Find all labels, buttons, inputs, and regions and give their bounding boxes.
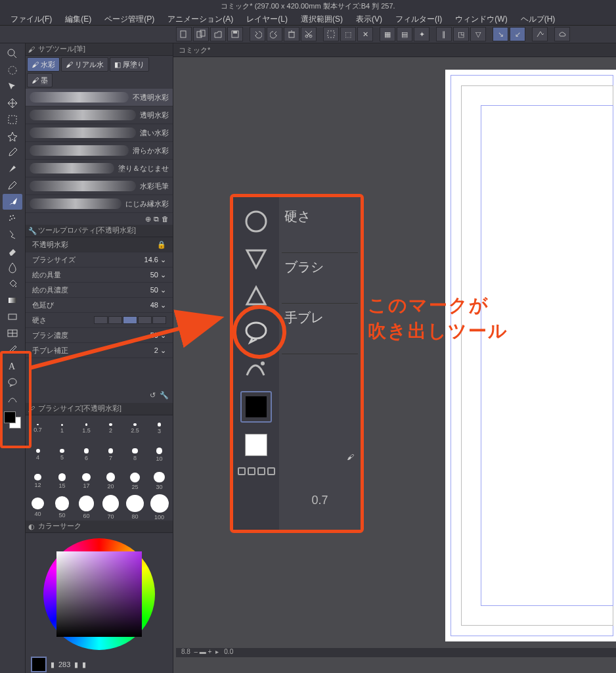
brush-size-preset[interactable]: 15 <box>50 468 74 494</box>
prop-color-extend[interactable]: 色延び48 ⌄ <box>26 298 173 313</box>
open-icon[interactable] <box>210 27 226 41</box>
pen-tool-icon[interactable] <box>3 161 22 177</box>
balloon-tool-icon[interactable] <box>3 375 22 390</box>
ruler-parallel-icon[interactable]: ∥ <box>436 27 452 41</box>
new-doc-icon[interactable] <box>176 27 192 41</box>
reset-default-icon[interactable]: ↺ <box>150 391 156 403</box>
brush-item[interactable]: 濃い水彩 <box>26 124 173 142</box>
brush-size-preset[interactable]: 8 <box>123 442 147 468</box>
brush-size-preset[interactable]: 10 <box>147 442 171 468</box>
prop-brush-size[interactable]: ブラシサイズ14.6 ⌄ <box>26 252 173 267</box>
menu-window[interactable]: ウィンドウ(W) <box>449 12 514 25</box>
brush-size-preset[interactable]: 5 <box>50 442 74 468</box>
color-wheel[interactable] <box>43 538 155 650</box>
new-from-clipboard-icon[interactable] <box>193 27 209 41</box>
prop-stabilize[interactable]: 手ブレ補正2 ⌄ <box>26 343 173 358</box>
vector-snap-icon[interactable]: ↘ <box>493 27 508 41</box>
brush-tool-icon[interactable] <box>3 194 22 210</box>
cloud-icon[interactable] <box>554 27 570 41</box>
menu-anim[interactable]: アニメーション(A) <box>161 12 240 25</box>
ruler-tool-icon[interactable] <box>3 342 22 358</box>
ruler-symmetry-icon[interactable]: ▽ <box>470 27 486 41</box>
canvas-page[interactable] <box>445 70 616 641</box>
ruler-perspective-icon[interactable]: ◳ <box>453 27 469 41</box>
prop-paint-density[interactable]: 絵の具濃度50 ⌄ <box>26 283 173 298</box>
menu-filter[interactable]: フィルター(I) <box>389 12 449 25</box>
brush-item[interactable]: 水彩毛筆 <box>26 177 173 195</box>
prop-hardness[interactable]: 硬さ <box>26 313 173 328</box>
fill-tool-icon[interactable] <box>3 276 22 292</box>
correct-line-tool-icon[interactable] <box>3 391 22 407</box>
text-tool-icon[interactable]: A <box>3 358 22 374</box>
brush-item[interactable]: 不透明水彩 <box>26 89 173 106</box>
brush-size-preset[interactable]: 80 <box>123 494 147 521</box>
delete-icon[interactable] <box>284 27 299 41</box>
brush-size-preset[interactable]: 3 <box>147 415 171 442</box>
menu-file[interactable]: ファイル(F) <box>4 12 58 25</box>
brush-size-preset[interactable]: 100 <box>147 494 171 521</box>
save-icon[interactable] <box>227 27 243 41</box>
brush-size-preset[interactable]: 1.5 <box>74 415 99 442</box>
eyedropper-tool-icon[interactable] <box>3 145 22 160</box>
brush-group-watercolor[interactable]: 🖌水彩 <box>27 57 60 72</box>
undo-icon[interactable] <box>250 27 265 41</box>
brush-size-preset[interactable]: 12 <box>26 468 50 494</box>
menu-selection[interactable]: 選択範囲(S) <box>294 12 349 25</box>
document-tab[interactable]: コミック* <box>173 43 616 57</box>
brush-item[interactable]: 塗り＆なじませ <box>26 160 173 177</box>
brush-size-preset[interactable]: 25 <box>123 468 147 494</box>
ruler-guide-icon[interactable]: ▤ <box>397 27 412 41</box>
menu-edit[interactable]: 編集(E) <box>58 12 98 25</box>
brush-size-preset[interactable]: 50 <box>50 494 74 521</box>
brush-size-preset[interactable]: 0.7 <box>26 415 50 442</box>
brush-item[interactable]: 透明水彩 <box>26 106 173 124</box>
current-color-swatch[interactable] <box>31 657 47 672</box>
pencil-tool-icon[interactable] <box>3 177 22 193</box>
brush-size-preset[interactable]: 70 <box>99 494 123 521</box>
operation-tool-icon[interactable] <box>3 79 22 95</box>
brush-size-preset[interactable]: 40 <box>26 494 50 521</box>
selection-tool-icon[interactable] <box>3 112 22 128</box>
move-layer-tool-icon[interactable] <box>3 95 22 111</box>
brush-size-preset[interactable]: 30 <box>147 468 171 494</box>
move-tool-icon[interactable] <box>3 62 22 78</box>
cut-icon[interactable] <box>301 27 317 41</box>
decoration-tool-icon[interactable] <box>3 227 22 243</box>
menu-layer[interactable]: レイヤー(L) <box>240 12 294 25</box>
brush-size-preset[interactable]: 7 <box>99 442 123 468</box>
brush-size-preset[interactable]: 17 <box>74 468 99 494</box>
select-clear-icon[interactable]: ✕ <box>357 27 373 41</box>
brush-size-preset[interactable]: 20 <box>99 468 123 494</box>
delete-subtool-icon[interactable]: 🗑 <box>162 215 169 223</box>
magnify-tool-icon[interactable] <box>3 46 22 62</box>
brush-size-preset[interactable]: 4 <box>26 442 50 468</box>
brush-group-ink[interactable]: 🖌墨 <box>27 73 53 87</box>
menu-help[interactable]: ヘルプ(H) <box>514 12 562 25</box>
redo-icon[interactable] <box>267 27 282 41</box>
preview-icon[interactable] <box>532 27 548 41</box>
prop-brush-density[interactable]: ブラシ濃度50 ⌄ <box>26 328 173 343</box>
snap-icon[interactable]: ✦ <box>414 27 429 41</box>
tool-settings-icon[interactable]: 🔧 <box>160 391 169 403</box>
select-invert-icon[interactable] <box>323 27 339 41</box>
menu-view[interactable]: 表示(V) <box>349 12 389 25</box>
gradient-tool-icon[interactable] <box>3 292 22 308</box>
frame-border-tool-icon[interactable] <box>3 325 22 341</box>
menu-page[interactable]: ページ管理(P) <box>98 12 161 25</box>
brush-size-preset[interactable]: 6 <box>74 442 99 468</box>
brush-size-preset[interactable]: 2.5 <box>123 415 147 442</box>
zoom-value[interactable]: 8.8 <box>181 648 190 655</box>
prop-paint-amount[interactable]: 絵の具量50 ⌄ <box>26 267 173 283</box>
airbrush-tool-icon[interactable] <box>3 210 22 226</box>
auto-select-tool-icon[interactable] <box>3 128 22 144</box>
brush-group-real[interactable]: 🖌リアル水 <box>61 57 108 72</box>
rotation-value[interactable]: 0.0 <box>224 648 233 655</box>
duplicate-subtool-icon[interactable]: ⧉ <box>154 215 159 223</box>
lock-icon[interactable]: 🔒 <box>157 241 166 249</box>
brush-size-preset[interactable]: 2 <box>99 415 123 442</box>
brush-size-preset[interactable]: 1 <box>50 415 74 442</box>
figure-tool-icon[interactable] <box>3 309 22 325</box>
color-indicator[interactable] <box>4 411 21 429</box>
brush-item[interactable]: にじみ縁水彩 <box>26 195 173 213</box>
ruler-grid-icon[interactable]: ▦ <box>380 27 395 41</box>
